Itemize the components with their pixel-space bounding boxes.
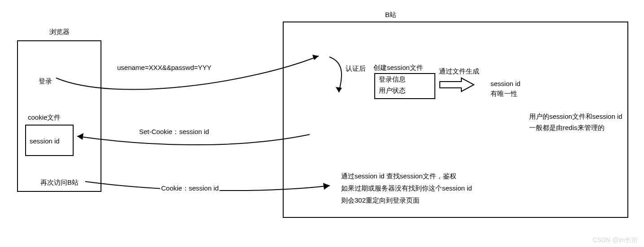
watermark: CSDN @im长街 (592, 236, 638, 244)
session-box-line2: 用户状态 (379, 87, 406, 95)
request1-label: usename=XXX&&passwd=YYY (116, 64, 212, 71)
session-id-result-line1: session id (491, 80, 521, 87)
lookup-line2: 如果过期或服务器没有找到你这个session id (341, 184, 472, 193)
session-box-line1: 登录信息 (379, 75, 406, 84)
response1-label: Set-Cookie：session id (139, 128, 209, 136)
lookup-line3: 则会302重定向到登录页面 (341, 196, 420, 205)
note-line1: 用户的session文件和session id (529, 113, 622, 121)
session-id-result-line2: 有唯一性 (491, 90, 517, 98)
login-label: 登录 (39, 77, 52, 86)
arrow-generate (439, 77, 475, 92)
browser-title: 浏览器 (49, 28, 70, 36)
auth-label: 认证后 (346, 65, 366, 73)
lookup-line1: 通过session id 查找session文件，鉴权 (341, 172, 456, 181)
note-line2: 一般都是由redis来管理的 (529, 124, 605, 132)
request2-label: Cookie：session id (160, 184, 219, 193)
cookie-file-label: cookie文件 (28, 113, 61, 122)
revisit-label: 再次访问B站 (40, 178, 79, 187)
session-id-text: session id (30, 137, 60, 145)
generate-label: 通过文件生成 (439, 67, 479, 76)
server-title: B站 (385, 11, 396, 19)
create-session-label: 创建session文件 (373, 64, 423, 72)
